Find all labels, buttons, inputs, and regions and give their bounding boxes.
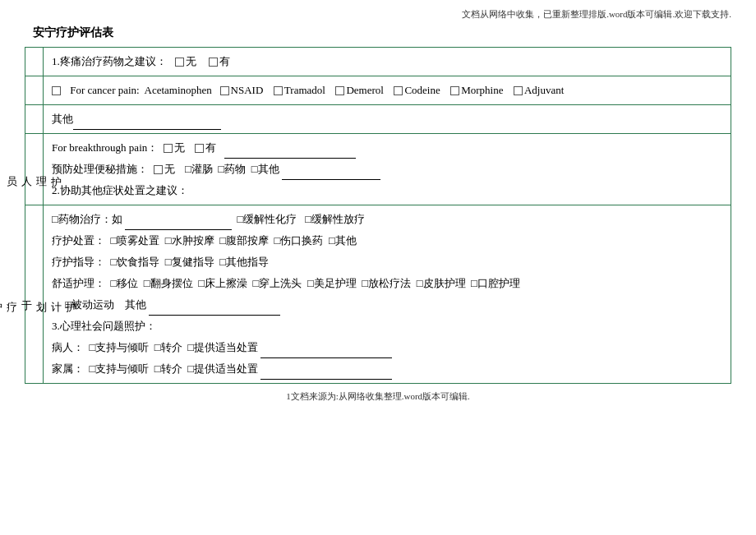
for-cancer-checkbox: [52, 80, 62, 101]
family-label: 家属：: [52, 362, 84, 375]
section1-title: 1.疼痛治疗药物之建议：: [52, 55, 167, 67]
top-note: 文档从网络中收集，已重新整理排版.word版本可编辑.欢迎下载支持.: [25, 8, 731, 21]
support-listen: □支持与倾听: [90, 341, 150, 353]
support-listen2: □支持与倾听: [90, 362, 150, 375]
breakthrough-no: 无: [164, 137, 185, 159]
label-liao: 疗: [5, 293, 20, 296]
nursing-guide-row: 疗护指导： □饮食指导 □复健指导 □其他指导: [52, 251, 722, 273]
left-label-hu-ji-hua-yu-liao-hu: 护 计 划 于 疗 护: [25, 205, 44, 383]
form-container: 1.疼痛治疗药物之建议： 无 有 For cancer pain: Acetam…: [25, 47, 731, 384]
left-label-hu-li-ren-yuan: 护 理 人 员: [25, 134, 44, 205]
label-ren: 人: [20, 168, 35, 171]
referral2: □转介: [154, 362, 182, 375]
medicine-label: □药物: [218, 163, 246, 175]
section2-title: 2.协助其他症状处置之建议：: [52, 184, 188, 196]
left-label-empty1: [25, 48, 44, 76]
prevent-row: 预防处理便秘措施： 无 □灌肠 □药物 □其他: [52, 159, 722, 180]
passive-move-row: □被动运动 其他: [52, 294, 722, 316]
row-other1: 其他: [25, 105, 731, 134]
comfort-care-label: 舒适护理：: [52, 277, 105, 289]
cancer-pain-label: For cancer pain:: [70, 84, 139, 96]
drug-therapy-field: [125, 217, 232, 230]
bed-bath: □床上擦澡: [198, 277, 247, 289]
other1-content: 其他: [44, 105, 731, 133]
family-row: 家属： □支持与倾听 □转介 □提供适当处置: [52, 358, 722, 380]
nursing-care-label: 疗护处置：: [52, 234, 105, 247]
demerol-checkbox: Demerol: [335, 80, 383, 101]
palliative-radio: □缓解性放疗: [305, 213, 365, 225]
other-guide: □其他指导: [219, 256, 269, 268]
rehab-guide: □复健指导: [165, 256, 214, 268]
breakthrough-content: For breakthrough pain： 无 有 预防处理便秘措施： 无 □…: [44, 134, 731, 205]
nursing-care-row: 疗护处置： □喷雾处置 □水肿按摩 □腹部按摩 □伤口换药 □其他: [52, 230, 722, 251]
other3-label: 其他: [125, 298, 146, 311]
passive-move: □被动运动: [65, 298, 114, 311]
label-yuan: 员: [5, 168, 20, 171]
diet-guide: □饮食指导: [111, 256, 160, 268]
morphine-checkbox: Morphine: [450, 80, 503, 101]
acetaminophen-label: Acetaminophen: [145, 84, 212, 96]
provide-care2: □提供适当处置: [187, 362, 258, 375]
page-title: 安宁疗护评估表: [33, 25, 731, 40]
family-field: [260, 367, 392, 380]
left-label-empty3: [25, 105, 44, 133]
prevent-field: [282, 167, 380, 180]
referral: □转介: [154, 341, 182, 353]
left-label-empty2: [25, 76, 44, 104]
skin-care: □皮肤护理: [417, 277, 466, 289]
section1-header-content: 1.疼痛治疗药物之建议： 无 有: [44, 48, 731, 76]
row-drug-therapy: 护 计 划 于 疗 护 □药物治疗：如 □缓解性化疗 □缓解性放疗 疗护处置：: [25, 205, 731, 383]
other2-label: □其他: [251, 163, 279, 175]
section3-title-row: 3.心理社会问题照护：: [52, 316, 722, 337]
reposition: □翻身摆位: [144, 277, 193, 289]
abdo-massage: □腹部按摩: [219, 234, 269, 247]
palliative-chemo: □缓解性化疗: [237, 213, 297, 225]
breakthrough-label: For breakthrough pain：: [52, 141, 158, 154]
dress-wash: □穿上洗头: [253, 277, 302, 289]
other-nursing: □其他: [329, 234, 357, 247]
prevent-no: 无: [154, 159, 175, 180]
nsaid-checkbox: NSAID: [220, 80, 264, 101]
cancer-pain-content: For cancer pain: Acetaminophen NSAID Tra…: [44, 76, 731, 104]
tramadol-checkbox: Tramadol: [274, 80, 325, 101]
section3-title: 3.心理社会问题照护：: [52, 320, 156, 332]
patient-row: 病人： □支持与倾听 □转介 □提供适当处置: [52, 337, 722, 358]
row-breakthrough: 护 理 人 员 For breakthrough pain： 无 有 预防处理便…: [25, 134, 731, 205]
footer-note: 1文档来源为:从网络收集整理.word版本可编辑.: [25, 390, 731, 403]
other3-field: [149, 302, 280, 316]
breakthrough-row: For breakthrough pain： 无 有: [52, 137, 722, 159]
breakthrough-yes: 有: [195, 137, 216, 159]
drug-therapy-row: □药物治疗：如 □缓解性化疗 □缓解性放疗: [52, 209, 722, 230]
comfort-care-row: 舒适护理： □移位 □翻身摆位 □床上擦澡 □穿上洗头 □美足护理 □放松疗法 …: [52, 273, 722, 294]
patient-field: [260, 345, 392, 358]
other1-field: [73, 117, 221, 130]
section2-title-row: 2.协助其他症状处置之建议：: [52, 180, 722, 201]
label-yu: 于: [20, 293, 35, 296]
provide-care: □提供适当处置: [187, 341, 258, 353]
oral-care: □口腔护理: [471, 277, 520, 289]
wound-change: □伤口换药: [274, 234, 324, 247]
no-checkbox-1: 无: [175, 51, 196, 72]
yes-checkbox-1: 有: [209, 51, 230, 72]
nebulizer: □喷雾处置: [111, 234, 160, 247]
edema-massage: □水肿按摩: [165, 234, 214, 247]
row-cancer-pain: For cancer pain: Acetaminophen NSAID Tra…: [25, 76, 731, 105]
codeine-checkbox: Codeine: [394, 80, 440, 101]
breakthrough-field: [224, 145, 356, 159]
patient-label: 病人：: [52, 341, 84, 353]
nursing-guide-label: 疗护指导：: [52, 256, 105, 268]
drug-therapy-label: □药物治疗：如: [52, 213, 122, 225]
foot-care: □美足护理: [307, 277, 357, 289]
relax: □放松疗法: [362, 277, 411, 289]
drug-therapy-content: □药物治疗：如 □缓解性化疗 □缓解性放疗 疗护处置： □喷雾处置 □水肿按摩 …: [44, 205, 731, 383]
adjuvant-checkbox: Adjuvant: [514, 80, 564, 101]
row-section1-header: 1.疼痛治疗药物之建议： 无 有: [25, 48, 731, 76]
enema-label: □灌肠: [185, 163, 213, 175]
other1-label: 其他: [52, 113, 73, 125]
prevent-label: 预防处理便秘措施：: [52, 163, 148, 175]
move: □移位: [111, 277, 139, 289]
label-hu3: 护: [0, 293, 5, 296]
